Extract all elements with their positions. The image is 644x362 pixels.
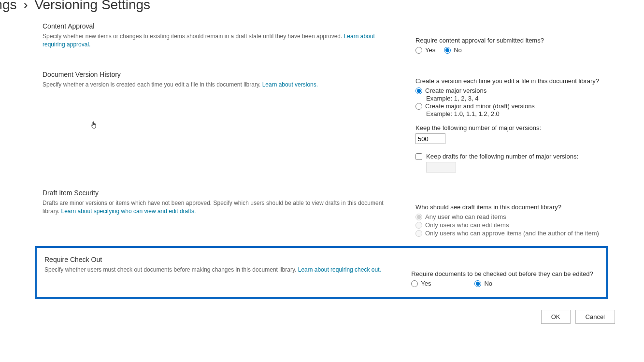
draft-edit-text: Only users who can edit items xyxy=(425,221,509,229)
version-history-desc-text: Specify whether a version is created eac… xyxy=(43,81,262,88)
require-checkout-highlight: Require Check Out Specify whether users … xyxy=(35,246,608,299)
breadcrumb-parent[interactable]: ettings xyxy=(0,0,17,12)
version-history-title: Document Version History xyxy=(43,71,396,78)
breadcrumb: ettings › Versioning Settings xyxy=(0,0,644,16)
keep-drafts-checkbox[interactable] xyxy=(415,153,422,160)
keep-major-input[interactable] xyxy=(415,133,445,144)
content-approval-no-text: No xyxy=(454,46,462,54)
version-minor-example: Example: 1.0, 1.1, 1.2, 2.0 xyxy=(415,110,614,117)
page-title: Versioning Settings xyxy=(34,0,150,12)
require-checkout-question: Require documents to be checked out befo… xyxy=(411,270,606,277)
draft-approve-radio xyxy=(415,230,422,237)
cancel-button[interactable]: Cancel xyxy=(575,310,615,324)
version-minor-radio[interactable] xyxy=(415,103,422,110)
content-approval-yes-radio[interactable] xyxy=(415,47,422,54)
draft-approve-label: Only users who can approve items (and th… xyxy=(415,230,599,237)
require-checkout-no-label[interactable]: No xyxy=(474,280,492,287)
version-history-question: Create a version each time you edit a fi… xyxy=(415,77,614,85)
require-checkout-yes-text: Yes xyxy=(421,280,431,287)
require-checkout-desc: Specify whether users must check out doc… xyxy=(44,266,392,274)
version-major-example: Example: 1, 2, 3, 4 xyxy=(415,95,614,102)
draft-approve-text: Only users who can approve items (and th… xyxy=(425,230,599,237)
content-approval-yes-label[interactable]: Yes xyxy=(415,46,435,54)
draft-any-label: Any user who can read items xyxy=(415,213,506,220)
version-history-desc: Specify whether a version is created eac… xyxy=(43,81,396,89)
version-major-label[interactable]: Create major versions xyxy=(415,87,487,94)
require-checkout-yes-radio[interactable] xyxy=(411,280,418,287)
require-checkout-no-radio[interactable] xyxy=(474,280,481,287)
require-checkout-yes-label[interactable]: Yes xyxy=(411,280,431,287)
content-approval-title: Content Approval xyxy=(43,22,396,30)
require-checkout-title: Require Check Out xyxy=(44,256,392,263)
ok-button[interactable]: OK xyxy=(541,310,571,324)
draft-edit-label: Only users who can edit items xyxy=(415,221,509,229)
draft-security-learn-link[interactable]: Learn about specifying who can view and … xyxy=(61,208,196,215)
version-minor-label[interactable]: Create major and minor (draft) versions xyxy=(415,102,535,110)
draft-edit-radio xyxy=(415,222,422,229)
content-approval-desc: Specify whether new items or changes to … xyxy=(43,32,396,49)
section-require-checkout: Require Check Out Specify whether users … xyxy=(37,250,606,292)
chevron-right-icon: › xyxy=(23,0,28,12)
draft-security-question: Who should see draft items in this docum… xyxy=(415,203,614,211)
keep-drafts-label: Keep drafts for the following number of … xyxy=(426,153,578,160)
draft-security-title: Draft Item Security xyxy=(43,189,396,197)
require-checkout-learn-link[interactable]: Learn about requiring check out. xyxy=(298,266,381,273)
draft-any-radio xyxy=(415,214,422,220)
section-content-approval: Content Approval Specify whether new ite… xyxy=(0,16,644,59)
footer-buttons: OK Cancel xyxy=(0,310,644,324)
content-approval-no-label[interactable]: No xyxy=(444,46,462,54)
content-approval-desc-text: Specify whether new items or changes to … xyxy=(43,33,344,40)
version-minor-text: Create major and minor (draft) versions xyxy=(425,102,535,110)
draft-security-desc: Drafts are minor versions or items which… xyxy=(43,199,396,216)
keep-major-label: Keep the following number of major versi… xyxy=(415,124,614,131)
version-major-radio[interactable] xyxy=(415,87,422,94)
draft-any-text: Any user who can read items xyxy=(425,213,506,220)
content-approval-no-radio[interactable] xyxy=(444,47,451,54)
version-major-text: Create major versions xyxy=(425,87,487,94)
section-draft-security: Draft Item Security Drafts are minor ver… xyxy=(0,177,644,242)
require-checkout-desc-text: Specify whether users must check out doc… xyxy=(44,266,298,273)
section-version-history: Document Version History Specify whether… xyxy=(0,59,644,177)
content-approval-question: Require content approval for submitted i… xyxy=(415,37,614,44)
content-approval-yes-text: Yes xyxy=(425,46,435,54)
keep-drafts-input xyxy=(426,162,456,173)
require-checkout-no-text: No xyxy=(484,280,492,287)
version-history-learn-link[interactable]: Learn about versions. xyxy=(262,81,318,88)
